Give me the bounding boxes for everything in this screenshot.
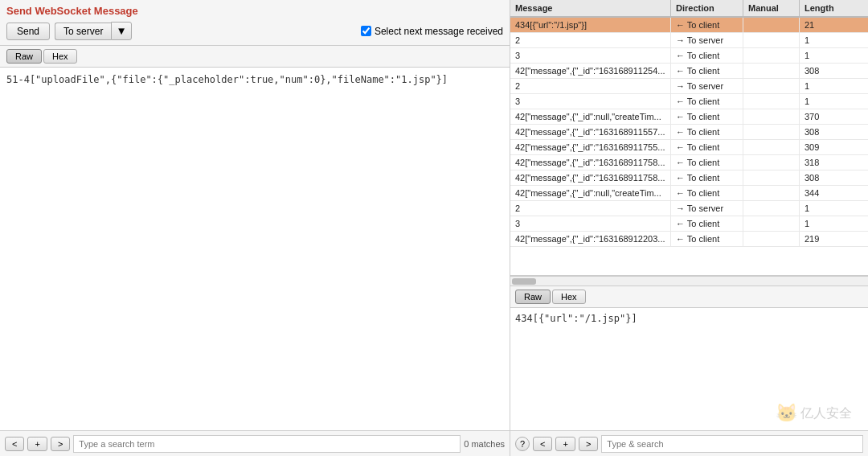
table-row[interactable]: 42["message",{"_id":"163168911758...← To… <box>510 170 868 186</box>
select-next-checkbox[interactable] <box>361 26 371 36</box>
horizontal-scrollbar[interactable] <box>510 276 868 286</box>
cell-direction: ← To client <box>671 125 743 139</box>
table-row[interactable]: 2→ To server1 <box>510 33 868 48</box>
nav-add-left[interactable]: + <box>27 437 47 451</box>
cell-direction: ← To client <box>671 48 743 63</box>
nav-next-left[interactable]: > <box>51 437 70 451</box>
table-row[interactable]: 3← To client1 <box>510 48 868 64</box>
panel-title: Send WebSocket Message <box>6 5 503 17</box>
watermark: 🐱 亿人安全 <box>776 403 852 424</box>
cell-length: 308 <box>800 64 848 78</box>
col-manual[interactable]: Manual <box>743 0 800 16</box>
cell-direction: ← To client <box>671 170 743 185</box>
nav-add-right[interactable]: + <box>555 437 575 451</box>
message-textarea[interactable]: 51-4["uploadFile",{"file":{"_placeholder… <box>0 68 510 430</box>
table-row[interactable]: 3← To client1 <box>510 94 868 109</box>
tab-raw-left[interactable]: Raw <box>6 49 42 64</box>
cell-manual <box>743 64 800 78</box>
cell-direction: ← To client <box>671 155 743 170</box>
table-row[interactable]: 42["message",{"_id":null,"createTim...← … <box>510 186 868 201</box>
cell-length: 309 <box>800 140 848 154</box>
cell-length: 1 <box>800 33 848 47</box>
right-footer: ? < + > <box>510 430 868 456</box>
cell-manual <box>743 155 800 170</box>
nav-prev-right[interactable]: < <box>533 437 552 451</box>
cell-direction: ← To client <box>671 140 743 154</box>
scroll-h-thumb[interactable] <box>512 278 536 285</box>
cell-length: 1 <box>800 94 848 109</box>
cell-message: 3 <box>510 48 671 63</box>
cell-length: 1 <box>800 201 848 216</box>
cell-length: 1 <box>800 79 848 93</box>
cell-direction: → To server <box>671 201 743 216</box>
table-row[interactable]: 42["message",{"_id":"163168911254...← To… <box>510 64 868 79</box>
cell-direction: → To server <box>671 79 743 93</box>
watermark-icon: 🐱 <box>776 403 797 424</box>
select-next-label: Select next message received <box>375 26 503 37</box>
cell-manual <box>743 109 800 124</box>
cell-length: 318 <box>800 155 848 170</box>
table-row[interactable]: 2→ To server1 <box>510 201 868 216</box>
tab-hex-left[interactable]: Hex <box>43 49 77 64</box>
table-row[interactable]: 42["message",{"_id":null,"createTim...← … <box>510 109 868 125</box>
destination-dropdown[interactable]: To server ▼ <box>55 22 132 40</box>
col-length[interactable]: Length <box>800 0 848 16</box>
table-row[interactable]: 3← To client1 <box>510 216 868 232</box>
cell-message: 42["message",{"_id":"163168911755... <box>510 140 671 154</box>
tab-hex-detail[interactable]: Hex <box>552 290 586 304</box>
cell-message: 42["message",{"_id":"163168911254... <box>510 64 671 78</box>
left-footer: < + > 0 matches <box>0 430 510 456</box>
cell-manual <box>743 201 800 216</box>
send-button[interactable]: Send <box>6 23 50 40</box>
cell-direction: ← To client <box>671 186 743 200</box>
cell-manual <box>743 33 800 47</box>
cell-length: 344 <box>800 186 848 200</box>
left-panel: Send WebSocket Message Send To server ▼ … <box>0 0 510 456</box>
nav-prev-left[interactable]: < <box>5 437 24 451</box>
cell-manual <box>743 94 800 109</box>
search-input-left[interactable] <box>73 435 461 453</box>
cell-direction: → To server <box>671 33 743 47</box>
cell-direction: ← To client <box>671 94 743 109</box>
cell-length: 308 <box>800 170 848 185</box>
col-direction[interactable]: Direction <box>671 0 743 16</box>
cell-manual <box>743 216 800 231</box>
select-next-container: Select next message received <box>361 26 503 37</box>
search-input-right[interactable] <box>601 435 863 453</box>
watermark-text: 亿人安全 <box>800 405 852 422</box>
table-row[interactable]: 42["message",{"_id":"163168911758...← To… <box>510 155 868 170</box>
table-row[interactable]: 42["message",{"_id":"163168911557...← To… <box>510 125 868 140</box>
dropdown-arrow-button[interactable]: ▼ <box>111 22 131 40</box>
cell-message: 434[{"url":"/1.jsp"}] <box>510 18 671 32</box>
table-row[interactable]: 42["message",{"_id":"163168912203...← To… <box>510 232 868 247</box>
cell-message: 42["message",{"_id":"163168912203... <box>510 232 671 246</box>
cell-message: 42["message",{"_id":"163168911758... <box>510 155 671 170</box>
matches-badge: 0 matches <box>464 439 505 449</box>
cell-manual <box>743 186 800 200</box>
header-controls: Send To server ▼ Select next message rec… <box>6 22 503 40</box>
cell-message: 42["message",{"_id":null,"createTim... <box>510 109 671 124</box>
table-row[interactable]: 42["message",{"_id":"163168911755...← To… <box>510 140 868 155</box>
nav-next-right[interactable]: > <box>579 437 598 451</box>
col-message[interactable]: Message <box>510 0 671 16</box>
cell-length: 219 <box>800 232 848 246</box>
cell-message: 2 <box>510 79 671 93</box>
left-tab-row: Raw Hex <box>0 46 510 68</box>
cell-length: 1 <box>800 216 848 231</box>
detail-tab-row: Raw Hex <box>510 286 868 308</box>
message-input-area[interactable]: 51-4["uploadFile",{"file":{"_placeholder… <box>0 68 510 430</box>
cell-direction: ← To client <box>671 232 743 246</box>
cell-message: 42["message",{"_id":null,"createTim... <box>510 186 671 200</box>
message-table[interactable]: Message Direction Manual Length 434[{"ur… <box>510 0 868 276</box>
help-icon-right[interactable]: ? <box>515 437 530 451</box>
cell-message: 42["message",{"_id":"163168911557... <box>510 125 671 139</box>
table-row[interactable]: 434[{"url":"/1.jsp"}]← To client21 <box>510 18 868 33</box>
tab-raw-detail[interactable]: Raw <box>515 290 551 304</box>
cell-message: 2 <box>510 201 671 216</box>
destination-button[interactable]: To server <box>55 23 111 40</box>
cell-manual <box>743 48 800 63</box>
cell-manual <box>743 125 800 139</box>
table-row[interactable]: 2→ To server1 <box>510 79 868 94</box>
cell-message: 3 <box>510 216 671 231</box>
cell-direction: ← To client <box>671 18 743 32</box>
